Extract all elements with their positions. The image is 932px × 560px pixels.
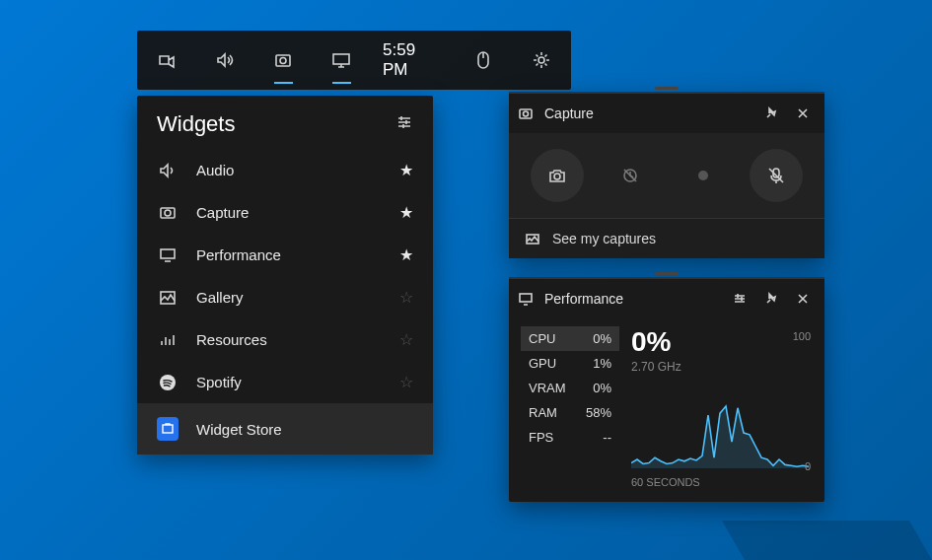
perf-stat-fps[interactable]: FPS-- bbox=[521, 425, 619, 450]
svg-rect-10 bbox=[163, 425, 173, 433]
broadcast-icon bbox=[157, 50, 177, 70]
svg-point-12 bbox=[524, 111, 529, 116]
mic-off-icon bbox=[766, 166, 786, 185]
performance-title: Performance bbox=[540, 291, 720, 307]
toolbar-settings-button[interactable] bbox=[513, 31, 571, 90]
see-captures-label: See my captures bbox=[552, 231, 656, 246]
perf-stat-vram[interactable]: VRAM0% bbox=[521, 376, 619, 400]
widget-item-capture[interactable]: Capture ★ bbox=[137, 191, 433, 234]
widget-label: Audio bbox=[196, 162, 399, 178]
pin-icon bbox=[764, 106, 778, 120]
perf-clock: 2.70 GHz bbox=[631, 360, 813, 374]
perf-sparkline bbox=[631, 380, 809, 468]
widget-store-label: Widget Store bbox=[196, 421, 413, 438]
mouse-icon bbox=[474, 50, 492, 70]
performance-icon bbox=[519, 292, 533, 306]
record-icon bbox=[693, 166, 713, 185]
favorite-star-icon[interactable]: ★ bbox=[399, 161, 413, 179]
performance-icon bbox=[331, 50, 351, 70]
close-icon bbox=[796, 292, 810, 306]
capture-icon bbox=[159, 204, 177, 222]
close-icon bbox=[796, 106, 810, 120]
favorite-star-icon[interactable]: ☆ bbox=[399, 330, 413, 349]
svg-point-4 bbox=[538, 57, 544, 63]
svg-point-13 bbox=[554, 174, 560, 179]
widget-item-resources[interactable]: Resources ☆ bbox=[137, 318, 433, 361]
toolbar-performance-button[interactable] bbox=[313, 31, 371, 90]
sliders-icon bbox=[395, 113, 413, 131]
capture-icon bbox=[273, 50, 293, 70]
toolbar-capture-button[interactable] bbox=[254, 31, 313, 90]
record-button[interactable] bbox=[677, 149, 730, 202]
widget-store-button[interactable]: Widget Store bbox=[137, 403, 433, 455]
capture-title: Capture bbox=[540, 105, 752, 121]
performance-panel-header[interactable]: Performance bbox=[509, 277, 824, 318]
resources-icon bbox=[159, 331, 177, 349]
favorite-star-icon[interactable]: ★ bbox=[399, 245, 413, 264]
widget-label: Resources bbox=[196, 331, 399, 348]
perf-stat-ram[interactable]: RAM58% bbox=[521, 400, 619, 425]
widget-item-performance[interactable]: Performance ★ bbox=[137, 234, 433, 276]
perf-big-value: 0% bbox=[631, 326, 813, 358]
widget-label: Spotify bbox=[196, 374, 399, 390]
widget-item-audio[interactable]: Audio ★ bbox=[137, 149, 433, 191]
folder-icon bbox=[525, 231, 540, 246]
toolbar-broadcast-button[interactable] bbox=[137, 31, 195, 90]
capture-panel: Capture See my captures bbox=[509, 92, 824, 258]
svg-rect-0 bbox=[276, 55, 290, 66]
toolbar-clock: 5:59 PM bbox=[383, 40, 443, 80]
capture-panel-header[interactable]: Capture bbox=[509, 92, 824, 133]
performance-stats-list: CPU0% GPU1% VRAM0% RAM58% FPS-- bbox=[521, 326, 619, 488]
toolbar-audio-button[interactable] bbox=[195, 31, 253, 90]
record-last-icon bbox=[620, 166, 640, 185]
close-button[interactable] bbox=[791, 287, 815, 311]
perf-y-bottom: 0 bbox=[805, 460, 811, 472]
store-icon bbox=[157, 417, 179, 441]
pin-button[interactable] bbox=[759, 287, 783, 311]
gallery-icon bbox=[159, 289, 177, 307]
svg-point-6 bbox=[165, 210, 171, 216]
audio-icon bbox=[215, 50, 235, 70]
widgets-title: Widgets bbox=[157, 111, 235, 137]
widget-label: Gallery bbox=[196, 289, 399, 306]
favorite-star-icon[interactable]: ☆ bbox=[399, 373, 413, 391]
pin-button[interactable] bbox=[759, 102, 783, 125]
svg-point-15 bbox=[698, 171, 708, 180]
toolbar-mouse-button[interactable] bbox=[455, 31, 513, 90]
record-last-button[interactable] bbox=[604, 149, 657, 202]
capture-icon bbox=[519, 106, 533, 120]
favorite-star-icon[interactable]: ★ bbox=[399, 203, 413, 222]
perf-x-label: 60 SECONDS bbox=[631, 476, 813, 488]
screenshot-button[interactable] bbox=[531, 149, 584, 202]
pin-icon bbox=[764, 292, 778, 306]
widget-item-gallery[interactable]: Gallery ☆ bbox=[137, 276, 433, 318]
gamebar-toolbar: 5:59 PM bbox=[137, 31, 571, 90]
performance-icon bbox=[159, 246, 177, 264]
perf-stat-gpu[interactable]: GPU1% bbox=[521, 351, 619, 376]
see-captures-button[interactable]: See my captures bbox=[509, 218, 824, 258]
widget-label: Performance bbox=[196, 246, 399, 263]
gear-icon bbox=[532, 50, 551, 70]
sliders-icon bbox=[733, 292, 747, 306]
camera-icon bbox=[547, 166, 567, 185]
perf-y-top: 100 bbox=[793, 330, 811, 342]
svg-point-1 bbox=[280, 58, 286, 64]
performance-panel: Performance CPU0% GPU1% VRAM0% RAM58% FP… bbox=[509, 277, 824, 502]
perf-stat-cpu[interactable]: CPU0% bbox=[521, 326, 619, 351]
svg-rect-7 bbox=[161, 249, 175, 258]
widgets-settings-button[interactable] bbox=[395, 113, 413, 135]
close-button[interactable] bbox=[791, 102, 815, 125]
favorite-star-icon[interactable]: ☆ bbox=[399, 288, 413, 307]
svg-rect-18 bbox=[520, 294, 532, 302]
widget-item-spotify[interactable]: Spotify ☆ bbox=[137, 361, 433, 403]
svg-rect-2 bbox=[333, 54, 349, 64]
widget-label: Capture bbox=[196, 204, 399, 221]
audio-icon bbox=[159, 162, 177, 179]
performance-graph: 0% 2.70 GHz 100 0 60 SECONDS bbox=[631, 326, 813, 488]
widgets-panel: Widgets Audio ★ Capture ★ Performance ★ … bbox=[137, 96, 433, 455]
spotify-icon bbox=[159, 374, 177, 391]
mic-toggle-button[interactable] bbox=[750, 149, 803, 202]
perf-settings-button[interactable] bbox=[728, 287, 752, 311]
